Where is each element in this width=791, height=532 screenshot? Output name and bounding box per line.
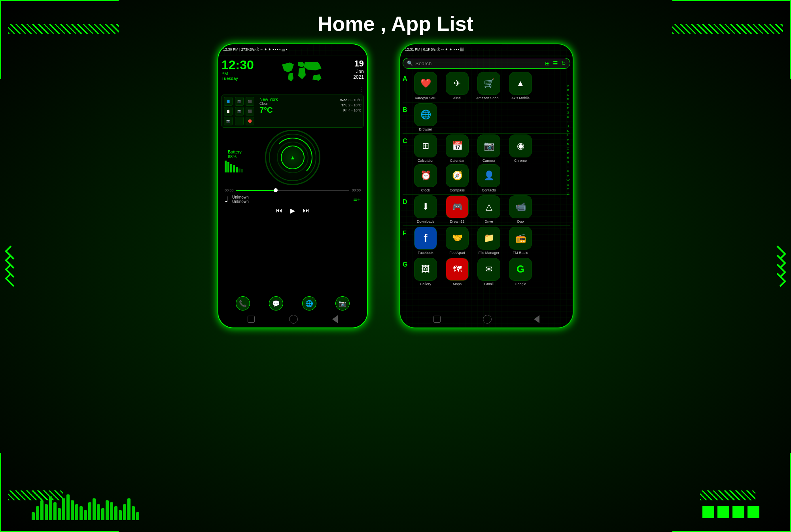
nav-home[interactable] <box>248 316 255 323</box>
refresh-icon[interactable]: ↻ <box>561 60 566 66</box>
alpha-y[interactable]: Y <box>566 187 570 191</box>
search-input[interactable]: Search <box>415 61 543 66</box>
app-drive[interactable]: △ Drive <box>475 195 503 224</box>
chevron-left <box>6 247 18 285</box>
equalizer <box>32 494 139 520</box>
app-feetapart[interactable]: 🤝 FeetApart <box>443 227 471 255</box>
alpha-e[interactable]: E <box>566 102 570 106</box>
airtel-icon: ✈ <box>446 72 469 95</box>
nav-back[interactable] <box>332 315 338 323</box>
app-row-g: 🖼 Gallery 🗺 Maps ✉ Gmail G <box>411 258 535 286</box>
app-downloads[interactable]: ⬇ Downloads <box>411 195 440 224</box>
app-facebook[interactable]: f Facebook <box>411 227 440 255</box>
alpha-x[interactable]: X <box>566 183 570 187</box>
app-fmradio[interactable]: 📻 FM Radio <box>506 227 535 255</box>
app-filemanager[interactable]: 📁 File Manager <box>475 227 503 255</box>
app-camera[interactable]: 📷 Camera <box>475 134 503 163</box>
eq-bar <box>79 506 83 520</box>
weather-temp: 7°C <box>259 106 278 115</box>
phone2-nav-bar <box>400 315 573 324</box>
alpha-b[interactable]: B <box>566 88 570 92</box>
alpha-l[interactable]: L <box>566 133 570 137</box>
search-bar[interactable]: 🔍 Search ⊞ ☰ ↻ <box>403 58 570 69</box>
phone1-bottom-nav: 📞 💬 🌐 📷 <box>218 293 367 314</box>
alpha-c[interactable]: C <box>566 93 570 97</box>
app-aarogya-setu[interactable]: ❤️ Aarogya Setu <box>411 72 440 100</box>
alpha-n[interactable]: N <box>566 142 570 146</box>
grid-view-icon[interactable]: ⊞ <box>545 60 550 66</box>
phone2-nav-home[interactable] <box>433 316 441 323</box>
app-dream11[interactable]: 🎮 Dream11 <box>443 195 471 224</box>
app-amazon[interactable]: 🛒 Amazon Shop... <box>475 72 503 100</box>
app-calculator[interactable]: ⊞ Calculator <box>411 134 440 163</box>
app-compass[interactable]: 🧭 Compass <box>443 164 471 193</box>
alpha-a[interactable]: A <box>566 84 570 88</box>
eq-bar <box>49 496 52 520</box>
play-button[interactable]: ▶ <box>290 207 295 214</box>
app-contacts[interactable]: 👤 Contacts <box>475 164 503 193</box>
alpha-o[interactable]: O <box>566 147 570 151</box>
weather-city: New York <box>259 97 278 102</box>
clock-label: Clock <box>421 188 430 193</box>
alpha-u[interactable]: U <box>566 169 570 173</box>
alpha-s[interactable]: S <box>566 161 570 165</box>
weather-icon-8 <box>235 117 244 125</box>
nav-phone-icon[interactable]: 📞 <box>236 296 250 310</box>
app-duo[interactable]: 📹 Duo <box>506 195 535 224</box>
aarogya-setu-icon: ❤️ <box>414 72 437 95</box>
alpha-z[interactable]: Z <box>566 192 570 196</box>
app-gmail[interactable]: ✉ Gmail <box>475 258 503 286</box>
phone2-nav-back[interactable] <box>534 315 539 323</box>
progress-track[interactable] <box>236 190 350 191</box>
alpha-h[interactable]: H <box>566 115 570 119</box>
divider-df <box>403 225 570 226</box>
nav-browser-icon[interactable]: 🌐 <box>302 296 316 310</box>
list-view-icon[interactable]: ☰ <box>553 60 558 66</box>
bottom-squares <box>702 506 759 518</box>
next-button[interactable]: ⏭ <box>303 207 309 214</box>
alpha-r[interactable]: R <box>566 156 570 160</box>
eq-bar <box>53 502 57 520</box>
alpha-g[interactable]: G <box>566 111 570 115</box>
app-browser[interactable]: 🌐 Browser <box>411 103 440 132</box>
app-airtel[interactable]: ✈ Airtel <box>443 72 471 100</box>
alpha-k[interactable]: K <box>566 129 570 133</box>
phone2: 12:31 PM | 0.1KB/s ⓘ ··· ✦ ✦ ▪ ▪ ▪ ▦ 🔍 S… <box>399 44 573 328</box>
app-calendar[interactable]: 📅 Calendar <box>443 134 471 163</box>
alpha-f[interactable]: F <box>566 106 570 110</box>
alpha-i[interactable]: I <box>566 120 570 124</box>
alpha-w[interactable]: W <box>566 178 570 182</box>
calendar-icon: 📅 <box>446 134 469 157</box>
app-chrome[interactable]: ◉ Chrome <box>506 134 535 163</box>
nav-camera-icon[interactable]: 📷 <box>335 296 350 310</box>
app-axis[interactable]: ▲ Axis Mobile <box>506 72 535 100</box>
options-dots[interactable]: ⋮ <box>221 86 364 93</box>
dream11-label: Dream11 <box>450 220 464 224</box>
alpha-v[interactable]: V <box>566 174 570 178</box>
eq-bar <box>132 506 135 520</box>
divider-ab <box>403 102 570 102</box>
weather-icons-grid: 📘 📷 ⬛ 📋 📷 ⬛ 📷 🔴 <box>224 97 255 125</box>
alpha-d[interactable]: D <box>566 97 570 101</box>
alphabet-sidebar[interactable]: A B C D E F G H I J K L M N O P R <box>566 84 570 196</box>
gallery-label: Gallery <box>420 282 431 286</box>
nav-back-circle[interactable] <box>289 315 298 324</box>
music-meta: Unknown Unknown <box>232 195 353 204</box>
drive-icon: △ <box>477 195 500 218</box>
app-maps[interactable]: 🗺 Maps <box>443 258 471 286</box>
alpha-m[interactable]: M <box>566 138 570 142</box>
airtel-label: Airtel <box>453 96 462 100</box>
alpha-p[interactable]: P <box>566 151 570 155</box>
app-google[interactable]: G Google <box>506 258 535 286</box>
eq-bar <box>32 512 35 520</box>
alpha-t[interactable]: T <box>566 165 570 169</box>
add-to-playlist-icon[interactable]: ≡+ <box>353 196 361 203</box>
phone2-nav-circle[interactable] <box>483 315 492 324</box>
alpha-j[interactable]: J <box>566 125 570 129</box>
eq-bar <box>45 504 48 520</box>
nav-sms-icon[interactable]: 💬 <box>269 296 283 310</box>
forecast-fri: Fri 4 - 10°C <box>340 108 361 112</box>
app-gallery[interactable]: 🖼 Gallery <box>411 258 440 286</box>
prev-button[interactable]: ⏮ <box>276 207 282 214</box>
app-clock[interactable]: ⏰ Clock <box>411 164 440 193</box>
